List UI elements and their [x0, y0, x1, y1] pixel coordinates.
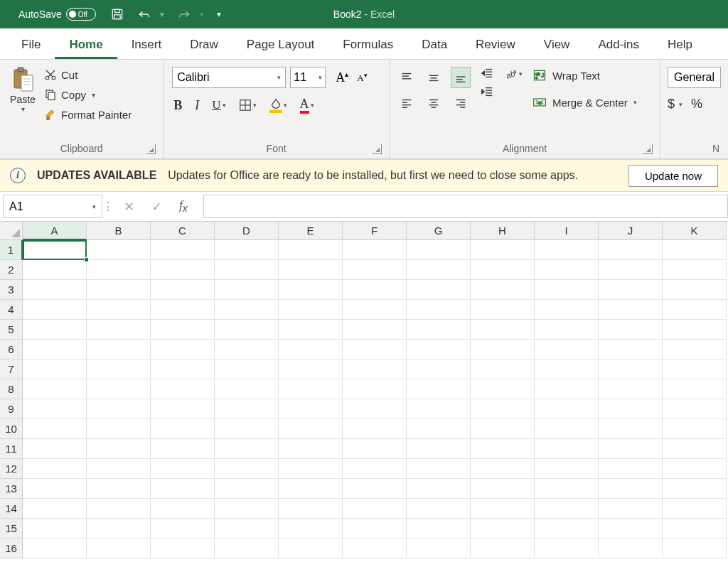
cell[interactable] [663, 539, 727, 558]
cell[interactable] [87, 379, 151, 399]
cell[interactable] [599, 519, 663, 539]
cell[interactable] [279, 360, 343, 379]
cell[interactable] [23, 360, 87, 379]
row-header[interactable]: 9 [0, 399, 23, 419]
font-dialog-launcher[interactable] [372, 144, 382, 154]
cell[interactable] [23, 300, 87, 320]
cell[interactable] [343, 300, 407, 320]
select-all-corner[interactable] [0, 222, 23, 240]
cell[interactable] [407, 320, 471, 340]
cell[interactable] [151, 459, 215, 479]
cell[interactable] [663, 320, 727, 340]
cell[interactable] [215, 399, 279, 419]
cell[interactable] [407, 280, 471, 300]
column-header[interactable]: H [471, 222, 535, 240]
wrap-text-button[interactable]: abc Wrap Text [532, 68, 637, 82]
cell[interactable] [215, 280, 279, 300]
cell[interactable] [407, 399, 471, 419]
cell[interactable] [23, 479, 87, 499]
cell[interactable] [151, 539, 215, 558]
cell[interactable] [407, 379, 471, 399]
cell[interactable] [151, 499, 215, 519]
cell[interactable] [87, 340, 151, 360]
formula-input[interactable] [203, 195, 728, 218]
accounting-format-button[interactable]: $▾ [668, 97, 682, 112]
cell[interactable] [23, 539, 87, 558]
increase-font-button[interactable]: A▴ [334, 70, 350, 85]
cell[interactable] [663, 439, 727, 459]
cell[interactable] [663, 399, 727, 419]
cell[interactable] [343, 360, 407, 379]
cell[interactable] [23, 340, 87, 360]
column-header[interactable]: C [151, 222, 215, 240]
cell[interactable] [663, 479, 727, 499]
cell[interactable] [535, 519, 599, 539]
column-header[interactable]: K [663, 222, 727, 240]
cell[interactable] [599, 260, 663, 280]
cell[interactable] [535, 300, 599, 320]
paste-button[interactable]: Paste ▾ [4, 64, 41, 113]
cut-button[interactable]: Cut [44, 68, 132, 81]
row-header[interactable]: 16 [0, 539, 23, 558]
cell[interactable] [407, 439, 471, 459]
cell[interactable] [87, 539, 151, 558]
percent-format-button[interactable]: % [691, 97, 702, 112]
cell[interactable] [599, 399, 663, 419]
cell[interactable] [151, 479, 215, 499]
column-header[interactable]: D [215, 222, 279, 240]
clipboard-dialog-launcher[interactable] [146, 144, 156, 154]
cell[interactable] [471, 379, 535, 399]
tab-page-layout[interactable]: Page Layout [232, 31, 328, 59]
cell[interactable] [87, 360, 151, 379]
cell[interactable] [23, 439, 87, 459]
cell[interactable] [215, 300, 279, 320]
cell[interactable] [87, 499, 151, 519]
cell[interactable] [87, 320, 151, 340]
cell[interactable] [279, 479, 343, 499]
cell[interactable] [215, 539, 279, 558]
cell[interactable] [343, 419, 407, 439]
redo-dropdown[interactable]: ▾ [200, 10, 204, 19]
cell[interactable] [407, 360, 471, 379]
cell[interactable] [663, 340, 727, 360]
row-header[interactable]: 6 [0, 340, 23, 360]
cell[interactable] [151, 340, 215, 360]
format-painter-button[interactable]: Format Painter [44, 108, 132, 121]
cell[interactable] [471, 419, 535, 439]
borders-button[interactable]: ▾ [239, 99, 257, 112]
cell[interactable] [23, 379, 87, 399]
cell[interactable] [407, 300, 471, 320]
tab-formulas[interactable]: Formulas [328, 31, 407, 59]
cell[interactable] [215, 499, 279, 519]
merge-dropdown[interactable]: ▾ [633, 99, 637, 106]
align-top-button[interactable] [397, 67, 417, 88]
cell[interactable] [599, 379, 663, 399]
cell[interactable] [535, 360, 599, 379]
cell[interactable] [279, 280, 343, 300]
cell[interactable] [279, 419, 343, 439]
cell[interactable] [279, 459, 343, 479]
cell[interactable] [535, 340, 599, 360]
cell[interactable] [663, 419, 727, 439]
cell[interactable] [87, 519, 151, 539]
number-format-selector[interactable]: General [668, 67, 721, 88]
tab-draw[interactable]: Draw [176, 31, 232, 59]
cell[interactable] [599, 499, 663, 519]
font-color-button[interactable]: A ▾ [300, 97, 314, 114]
fill-handle[interactable] [84, 257, 89, 262]
cell[interactable] [535, 379, 599, 399]
cell[interactable] [215, 439, 279, 459]
undo-dropdown[interactable]: ▾ [160, 10, 164, 19]
align-center-button[interactable] [424, 92, 444, 114]
cell[interactable] [535, 459, 599, 479]
cell[interactable] [599, 539, 663, 558]
cell[interactable] [599, 439, 663, 459]
cell[interactable] [407, 479, 471, 499]
cell[interactable] [535, 260, 599, 280]
cell[interactable] [407, 419, 471, 439]
copy-button[interactable]: Copy ▾ [44, 88, 132, 101]
cell[interactable] [23, 459, 87, 479]
cell[interactable] [215, 320, 279, 340]
cell[interactable] [151, 519, 215, 539]
cell[interactable] [471, 439, 535, 459]
